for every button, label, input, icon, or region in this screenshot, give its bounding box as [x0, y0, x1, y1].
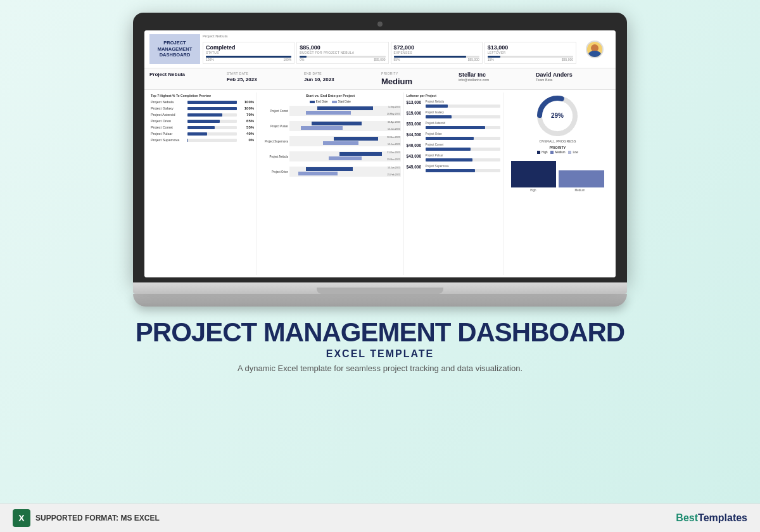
- legend-medium-label: Medium: [555, 151, 565, 154]
- excel-icon: X: [13, 509, 30, 527]
- completion-chart-panel: Top 7 Highest % To Completion Preview Pr…: [148, 92, 257, 275]
- legend-low-label: Low: [573, 151, 578, 154]
- dashboard-top: PROJECT MANAGEMENT DASHBOARD Project Neb…: [144, 30, 616, 68]
- leftover-row-nebula: $13,000 Project Nebula: [407, 100, 500, 108]
- bar-label-pulsar: Project Pulsar: [151, 132, 186, 136]
- bar-track-orion: [187, 120, 237, 123]
- gantt-chart-title: Start vs. End Date per Project: [260, 94, 400, 98]
- info-value-start: Feb 25, 2023: [227, 77, 301, 82]
- leftover-chart-title: Leftover per Project: [407, 94, 500, 98]
- leftover-name-asteroid: Project Asteroid: [426, 122, 500, 125]
- leftover-row-pulsar: $43,000 Project Pulsar: [407, 154, 500, 162]
- bar-track-galaxy: [187, 107, 237, 110]
- leftover-amount-comet: $40,000: [407, 143, 424, 148]
- gantt-chart-panel: Start vs. End Date per Project End Date …: [257, 92, 403, 275]
- legend-medium: Medium: [550, 151, 565, 154]
- gantt-legend-end: End Date: [310, 100, 328, 103]
- gantt-legend-start: Start Date: [332, 100, 351, 103]
- completion-bars: Project Nebula 100% Project Galaxy 100% …: [151, 100, 254, 142]
- bar-pct-nebula: 100%: [239, 100, 254, 104]
- dashboard-bottom: Top 7 Highest % To Completion Preview Pr…: [144, 90, 616, 277]
- bar-label-orion: Project Orion: [151, 119, 186, 123]
- metric-label-expenses: EXPENSES: [394, 51, 479, 54]
- leftover-name-pulsar: Project Pulsar: [426, 154, 500, 157]
- bar-pct-asteroid: 70%: [239, 113, 254, 117]
- bar-pct-galaxy: 100%: [239, 106, 254, 110]
- gantt-track-comet: 5-Sep-2023 20-May-2023: [289, 106, 400, 116]
- brand-best: Best: [676, 512, 698, 523]
- leftover-info-pulsar: Project Pulsar: [426, 154, 500, 162]
- top-metrics-row: Completed STATUS 100% 100%: [203, 42, 576, 64]
- laptop-screen-frame: PROJECT MANAGEMENT DASHBOARD Project Neb…: [133, 13, 627, 282]
- metric-value-leftover: $13,000: [488, 44, 573, 51]
- priority-legend: High Medium Low: [506, 151, 609, 154]
- leftover-row-galaxy: $15,000 Project Galaxy: [407, 111, 500, 118]
- gantt-row-pulsar: Project Pulsar 30-Apr-2023 15-Jan-2023: [260, 121, 400, 131]
- info-value-person: David Anders: [536, 72, 611, 78]
- gantt-track-supernova: 30-Nov-2023 15-Jun-2023: [289, 136, 400, 146]
- gantt-track-pulsar: 30-Apr-2023 15-Jan-2023: [289, 121, 400, 131]
- brand-templates: Templates: [698, 512, 747, 523]
- leftover-row-comet: $40,000 Project Comet: [407, 143, 500, 151]
- leftover-name-galaxy: Project Galaxy: [426, 111, 500, 114]
- leftover-name-orion: Project Orion: [426, 132, 500, 136]
- metric-label-budget: BUDGET FOR PROJECT NEBULA: [300, 51, 385, 54]
- gantt-row-orion: Project Orion 10-Jun-2023 25-Feb-2023: [260, 167, 400, 177]
- bar-row-galaxy: Project Galaxy 100%: [151, 106, 254, 110]
- leftover-name-nebula: Project Nebula: [426, 100, 500, 103]
- leftover-name-comet: Project Comet: [426, 143, 500, 146]
- leftover-rows: $13,000 Project Nebula $15,000 Project G…: [407, 100, 500, 172]
- gantt-label-comet: Project Comet: [260, 110, 288, 113]
- priority-group-high: [511, 156, 557, 187]
- project-nebula-label: Project Nebula: [203, 34, 576, 38]
- bar-label-galaxy: Project Galaxy: [151, 106, 186, 110]
- info-value-company: Stellar Inc: [459, 72, 533, 78]
- info-cell-start: START DATE Feb 25, 2023: [227, 72, 301, 86]
- brand: BestTemplates: [676, 512, 747, 524]
- logo-box: PROJECT MANAGEMENT DASHBOARD: [149, 34, 200, 64]
- leftover-amount-galaxy: $15,000: [407, 111, 424, 115]
- info-cell-end: END DATE Jun 10, 2023: [304, 72, 379, 86]
- bar-label-supernova: Project Supernova: [151, 138, 186, 142]
- info-cell-person: David Anders Team Beta: [536, 72, 611, 86]
- leftover-info-galaxy: Project Galaxy: [426, 111, 500, 118]
- laptop-screen: PROJECT MANAGEMENT DASHBOARD Project Neb…: [144, 30, 616, 277]
- leftover-info-supernova: Project Supernova: [426, 165, 500, 172]
- top-metrics: Project Nebula Completed STATUS 100%: [203, 34, 576, 64]
- metric-card-leftover: $13,000 LEFTOVER 15% $85,000: [484, 42, 576, 64]
- legend-high: High: [537, 151, 547, 154]
- logo-text: PROJECT MANAGEMENT DASHBOARD: [158, 40, 193, 58]
- leftover-row-asteroid: $53,000 Project Asteroid: [407, 122, 500, 129]
- leftover-info-orion: Project Orion: [426, 132, 500, 140]
- bar-label-asteroid: Project Asteroid: [151, 113, 186, 117]
- gantt-track-orion: 10-Jun-2023 25-Feb-2023: [289, 167, 400, 177]
- bar-track-nebula: [187, 101, 237, 104]
- priority-bars-container: [506, 156, 609, 187]
- right-charts-panel: 29% OVERALL PROGRESS PRIORITY High: [504, 92, 612, 275]
- leftover-amount-supernova: $45,000: [407, 165, 424, 169]
- leftover-amount-orion: $44,500: [407, 132, 424, 137]
- laptop-camera: [377, 22, 383, 27]
- leftover-info-comet: Project Comet: [426, 143, 500, 151]
- laptop-wrapper: PROJECT MANAGEMENT DASHBOARD Project Neb…: [133, 13, 627, 307]
- excel-badge: X SUPPORTED FORMAT: MS EXCEL: [13, 509, 160, 527]
- dashboard: PROJECT MANAGEMENT DASHBOARD Project Neb…: [144, 30, 616, 277]
- info-value-project: Project Nebula: [149, 72, 224, 77]
- info-label-start: START DATE: [227, 72, 301, 75]
- bar-pct-pulsar: 40%: [239, 132, 254, 136]
- info-value-priority: Medium: [381, 77, 456, 86]
- middle-row: Project Nebula START DATE Feb 25, 2023 E…: [144, 68, 616, 90]
- leftover-amount-asteroid: $53,000: [407, 122, 424, 126]
- completion-chart-title: Top 7 Highest % To Completion Preview: [151, 94, 254, 98]
- avatar: [586, 41, 604, 58]
- footer-content: PROJECT MANAGEMENT DASHBOARD EXCEL TEMPL…: [0, 319, 760, 373]
- metric-value-status: Completed: [206, 44, 291, 51]
- metric-bar-text-leftover: 15% $85,000: [488, 58, 573, 61]
- laptop-stand: [133, 294, 627, 307]
- gantt-legend: End Date Start Date: [260, 100, 400, 103]
- svg-text:29%: 29%: [551, 112, 564, 119]
- legend-medium-dot: [550, 151, 554, 154]
- laptop-base: [133, 282, 627, 294]
- info-sub-company: info@stellarinc.com: [459, 78, 533, 82]
- metric-bar-text-status: 100% 100%: [206, 58, 291, 61]
